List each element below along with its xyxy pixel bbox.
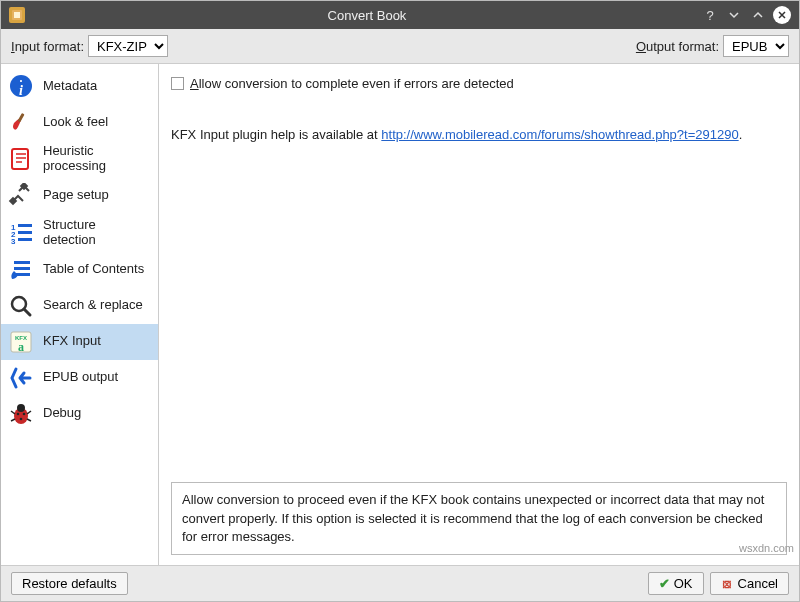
output-format-select[interactable]: EPUB xyxy=(723,35,789,57)
sidebar-item-label: Structure detection xyxy=(43,218,152,248)
sidebar-item-heuristic[interactable]: Heuristic processing xyxy=(1,140,158,178)
sidebar-item-toc[interactable]: Table of Contents xyxy=(1,252,158,288)
input-format-label: Input format: xyxy=(11,39,84,54)
allow-errors-label: Allow conversion to complete even if err… xyxy=(190,76,514,91)
metadata-icon: •i xyxy=(7,72,35,100)
svg-line-28 xyxy=(11,411,15,414)
sidebar-item-epub-output[interactable]: EPUB output xyxy=(1,360,158,396)
minimize-button[interactable] xyxy=(725,6,743,24)
close-button[interactable] xyxy=(773,6,791,24)
cancel-button[interactable]: ⦻Cancel xyxy=(710,572,789,595)
sidebar-item-lookfeel[interactable]: Look & feel xyxy=(1,104,158,140)
kfx-icon: KFXa xyxy=(7,328,35,356)
sidebar-item-debug[interactable]: Debug xyxy=(1,396,158,432)
help-button[interactable]: ? xyxy=(701,6,719,24)
format-bar: Input format: KFX-ZIP Output format: EPU… xyxy=(1,29,799,64)
svg-rect-1 xyxy=(14,12,20,18)
debug-icon xyxy=(7,400,35,428)
sidebar-item-label: Search & replace xyxy=(43,298,152,313)
app-icon xyxy=(9,7,25,23)
svg-line-30 xyxy=(11,419,15,421)
sidebar-item-structure[interactable]: 123 Structure detection xyxy=(1,214,158,252)
svg-rect-5 xyxy=(18,113,25,122)
plugin-help-link[interactable]: http://www.mobileread.com/forums/showthr… xyxy=(381,127,738,142)
svg-text:i: i xyxy=(19,83,23,98)
output-format-label: Output format: xyxy=(636,39,719,54)
sidebar-item-label: EPUB output xyxy=(43,370,152,385)
check-icon: ✔ xyxy=(659,576,670,591)
svg-text:3: 3 xyxy=(11,237,16,246)
sidebar-item-label: Heuristic processing xyxy=(43,144,152,174)
window-title: Convert Book xyxy=(33,8,701,23)
allow-errors-row[interactable]: Allow conversion to complete even if err… xyxy=(171,74,787,91)
svg-rect-13 xyxy=(18,231,32,234)
pagesetup-icon xyxy=(7,182,35,210)
plugin-help-text: KFX Input plugin help is available at ht… xyxy=(171,127,787,142)
svg-rect-15 xyxy=(14,261,30,264)
sidebar-item-label: Look & feel xyxy=(43,115,152,130)
svg-line-29 xyxy=(27,411,31,414)
option-description: Allow conversion to proceed even if the … xyxy=(171,482,787,555)
sidebar-item-pagesetup[interactable]: Page setup xyxy=(1,178,158,214)
svg-point-24 xyxy=(17,404,25,412)
svg-rect-6 xyxy=(12,149,28,169)
cancel-icon: ⦻ xyxy=(721,576,734,591)
svg-point-27 xyxy=(20,417,23,420)
search-icon xyxy=(7,292,35,320)
svg-point-25 xyxy=(17,412,20,415)
structure-icon: 123 xyxy=(7,219,35,247)
maximize-button[interactable] xyxy=(749,6,767,24)
content-pane: Allow conversion to complete even if err… xyxy=(159,64,799,565)
svg-line-31 xyxy=(27,419,31,421)
svg-rect-14 xyxy=(18,238,32,241)
sidebar-item-label: Page setup xyxy=(43,188,152,203)
sidebar-item-label: Debug xyxy=(43,406,152,421)
convert-book-window: Convert Book ? Input format: KFX-ZIP Out… xyxy=(0,0,800,602)
sidebar-item-label: KFX Input xyxy=(43,334,152,349)
heuristic-icon xyxy=(7,145,35,173)
ok-button[interactable]: ✔OK xyxy=(648,572,704,595)
svg-text:a: a xyxy=(18,340,24,354)
restore-defaults-button[interactable]: Restore defaults xyxy=(11,572,128,595)
section-list: •i Metadata Look & feel Heuristic proces… xyxy=(1,64,159,565)
dialog-footer: Restore defaults ✔OK ⦻Cancel xyxy=(1,565,799,601)
sidebar-item-metadata[interactable]: •i Metadata xyxy=(1,68,158,104)
svg-rect-16 xyxy=(14,267,30,270)
sidebar-item-label: Table of Contents xyxy=(43,262,152,277)
svg-line-19 xyxy=(24,309,30,315)
input-format-select[interactable]: KFX-ZIP xyxy=(88,35,168,57)
sidebar-item-label: Metadata xyxy=(43,79,152,94)
sidebar-item-search[interactable]: Search & replace xyxy=(1,288,158,324)
svg-point-26 xyxy=(23,412,26,415)
allow-errors-checkbox[interactable] xyxy=(171,77,184,90)
titlebar: Convert Book ? xyxy=(1,1,799,29)
sidebar-item-kfx-input[interactable]: KFXa KFX Input xyxy=(1,324,158,360)
lookfeel-icon xyxy=(7,108,35,136)
svg-rect-12 xyxy=(18,224,32,227)
dialog-body: •i Metadata Look & feel Heuristic proces… xyxy=(1,64,799,565)
toc-icon xyxy=(7,256,35,284)
epub-icon xyxy=(7,364,35,392)
